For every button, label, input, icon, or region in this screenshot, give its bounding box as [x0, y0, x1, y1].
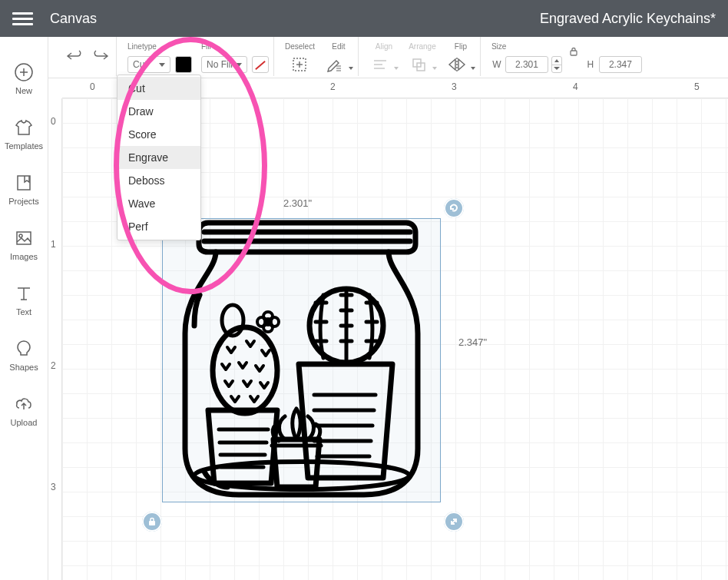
- sidebar-item-label: New: [15, 86, 32, 95]
- linetype-option-engrave[interactable]: Engrave: [117, 146, 200, 169]
- edit-button[interactable]: [324, 54, 346, 75]
- header-left: Canvas: [12, 11, 97, 27]
- linetype-option-draw[interactable]: Draw: [117, 100, 200, 123]
- sidebar-item-label: Text: [16, 307, 31, 317]
- ruler-h-num: 2: [330, 81, 336, 92]
- shirt-icon: [13, 117, 35, 138]
- linetype-group: Linetype Cut Cut Draw Score Engrave Debo…: [116, 37, 197, 76]
- ruler-vertical: 0 1 2 3: [48, 98, 62, 580]
- flip-group: Flip: [442, 37, 480, 76]
- arrange-label: Arrange: [408, 41, 437, 52]
- redo-button[interactable]: [90, 45, 111, 66]
- sidebar-item-images[interactable]: Images: [0, 217, 48, 272]
- fill-value: No Fill: [207, 59, 233, 70]
- ruler-h-num: 4: [573, 81, 578, 92]
- undo-redo-group: [55, 37, 116, 76]
- svg-rect-4: [17, 232, 31, 244]
- size-group: Size W 2.301 H 2.34: [480, 37, 647, 76]
- size-w-label: W: [491, 59, 502, 70]
- chevron-down-icon: [349, 67, 353, 70]
- chevron-down-icon: [159, 63, 165, 67]
- flip-label: Flip: [446, 41, 475, 52]
- select-group: Deselect: [273, 37, 319, 76]
- text-icon: [13, 283, 35, 304]
- plus-circle-icon: [13, 61, 35, 83]
- ruler-h-num: 5: [694, 81, 700, 92]
- ruler-h-num: 0: [90, 81, 95, 92]
- linetype-option-deboss[interactable]: Deboss: [117, 169, 200, 192]
- sidebar-item-upload[interactable]: Upload: [0, 383, 48, 438]
- lock-handle[interactable]: [142, 512, 162, 532]
- sidebar-item-shapes[interactable]: Shapes: [0, 327, 48, 383]
- align-button: [369, 54, 391, 75]
- sidebar-item-text[interactable]: Text: [0, 272, 48, 327]
- fill-swatch-nofill[interactable]: [252, 56, 269, 73]
- linetype-value: Cut: [133, 59, 147, 70]
- sidebar-item-projects[interactable]: Projects: [0, 161, 48, 217]
- size-w-stepper[interactable]: [551, 56, 562, 73]
- align-label: Align: [369, 41, 399, 52]
- size-w-row: W 2.301: [491, 56, 562, 73]
- svg-point-5: [19, 234, 22, 237]
- resize-handle[interactable]: [444, 512, 464, 532]
- fill-select[interactable]: No Fill: [201, 56, 247, 73]
- undo-button[interactable]: [64, 45, 85, 66]
- linetype-color-swatch[interactable]: [175, 56, 192, 73]
- chevron-down-icon: [432, 67, 437, 70]
- linetype-option-wave[interactable]: Wave: [117, 192, 200, 215]
- sidebar: New Templates Projects Images Text: [0, 37, 48, 580]
- header-bar: Canvas Engraved Acrylic Keychains*: [0, 0, 728, 37]
- ruler-h-num: 3: [452, 81, 457, 92]
- menu-icon[interactable]: [12, 12, 33, 25]
- sidebar-item-label: Upload: [11, 418, 38, 427]
- linetype-dropdown: Cut Draw Score Engrave Deboss Wave Perf: [117, 75, 201, 240]
- sidebar-item-label: Images: [10, 252, 38, 261]
- dim-width-readout: 2.301": [283, 197, 312, 209]
- svg-rect-48: [149, 521, 155, 525]
- upload-cloud-icon: [13, 393, 35, 415]
- ruler-v-num: 3: [51, 482, 56, 492]
- deselect-button[interactable]: [289, 54, 310, 75]
- toolbar: Linetype Cut Cut Draw Score Engrave Debo…: [48, 37, 728, 78]
- deselect-label: Deselect: [285, 41, 315, 52]
- ruler-v-num: 0: [51, 116, 56, 127]
- shapes-icon: [13, 338, 35, 360]
- bookmark-grid-icon: [13, 172, 35, 194]
- sidebar-item-new[interactable]: New: [0, 51, 48, 106]
- arrange-button: [408, 54, 429, 75]
- lock-aspect-icon[interactable]: [567, 46, 581, 58]
- rotate-handle[interactable]: [444, 198, 464, 218]
- image-icon: [13, 227, 35, 249]
- size-h-row: H 2.347: [585, 56, 642, 73]
- main: New Templates Projects Images Text: [0, 37, 728, 580]
- fill-group: Fill No Fill: [197, 37, 273, 76]
- sidebar-item-templates[interactable]: Templates: [0, 106, 48, 161]
- size-h-input[interactable]: 2.347: [599, 56, 642, 73]
- project-title[interactable]: Engraved Acrylic Keychains*: [540, 11, 716, 27]
- ruler-v-num: 2: [51, 360, 56, 371]
- dim-height-readout: 2.347": [458, 336, 487, 348]
- edit-group: Edit: [319, 37, 358, 76]
- work-area: Linetype Cut Cut Draw Score Engrave Debo…: [48, 37, 728, 580]
- size-w-input[interactable]: 2.301: [505, 56, 548, 73]
- sidebar-item-label: Projects: [8, 197, 39, 206]
- flip-button[interactable]: [446, 54, 468, 75]
- app-title: Canvas: [50, 11, 97, 27]
- linetype-select[interactable]: Cut: [127, 56, 170, 73]
- chevron-down-icon: [236, 63, 242, 67]
- svg-point-40: [213, 327, 277, 413]
- edit-label: Edit: [324, 41, 353, 52]
- svg-rect-3: [18, 176, 30, 190]
- fill-label: Fill: [201, 41, 269, 52]
- linetype-option-score[interactable]: Score: [117, 123, 200, 146]
- size-h-label: H: [585, 59, 596, 70]
- linetype-label: Linetype: [127, 41, 192, 52]
- linetype-option-perf[interactable]: Perf: [117, 215, 200, 238]
- ruler-v-num: 1: [51, 239, 56, 250]
- canvas-artwork[interactable]: [162, 218, 441, 502]
- arrange-group: Arrange: [403, 37, 442, 76]
- align-group: Align: [358, 37, 403, 76]
- linetype-option-cut[interactable]: Cut: [117, 77, 200, 100]
- chevron-down-icon: [471, 67, 475, 70]
- svg-rect-15: [571, 51, 577, 55]
